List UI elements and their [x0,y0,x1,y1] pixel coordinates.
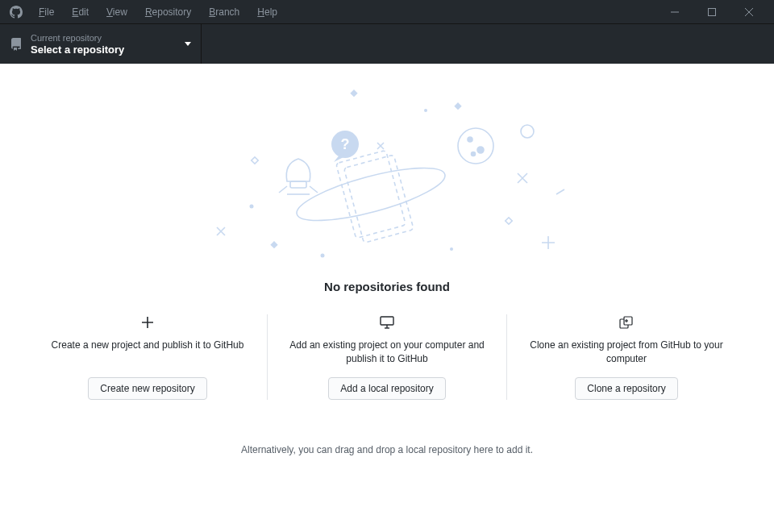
option-clone: Clone an existing project from GitHub to… [506,314,746,400]
svg-rect-19 [506,218,512,224]
chevron-down-icon [185,42,191,46]
github-logo-icon [10,6,23,19]
svg-rect-21 [271,242,277,247]
repo-selector-value: Select a repository [31,44,177,56]
options-row: Create a new project and publish it to G… [28,314,746,400]
option-add-desc: Add an existing project on your computer… [285,339,489,366]
clone-icon [619,314,634,330]
svg-rect-5 [343,155,414,243]
svg-rect-4 [336,150,406,238]
svg-rect-20 [351,90,356,96]
create-new-repository-button[interactable]: Create new repository [88,377,206,400]
add-local-repository-button[interactable]: Add a local repository [328,377,445,400]
plus-icon [142,314,153,330]
option-create-desc: Create a new project and publish it to G… [52,339,244,366]
menu-bar: File Edit View Repository Branch Help [0,0,774,23]
svg-point-17 [521,125,534,138]
svg-line-13 [310,186,318,193]
no-repos-heading: No repositories found [324,280,450,293]
svg-text:?: ? [341,136,350,152]
option-create: Create a new project and publish it to G… [28,314,267,400]
menu-edit[interactable]: Edit [64,3,97,21]
option-clone-desc: Clone an existing project from GitHub to… [525,339,728,366]
svg-point-6 [293,157,450,231]
svg-rect-22 [455,103,460,109]
desktop-icon [380,314,394,330]
svg-rect-18 [252,157,258,164]
svg-point-24 [424,109,427,112]
svg-point-26 [450,247,453,251]
svg-rect-1 [709,8,716,15]
repo-selector-label: Current repository [31,32,177,44]
option-add: Add an existing project on your computer… [267,314,506,400]
svg-rect-11 [290,181,306,188]
repo-selector-text: Current repository Select a repository [31,32,177,56]
menu-branch[interactable]: Branch [201,3,248,21]
maximize-button[interactable] [693,0,730,23]
main-content: ? No repositories found [0,64,774,532]
svg-point-10 [472,152,476,156]
empty-state-illustration: ? [202,81,572,275]
toolbar: Current repository Select a repository [0,23,774,64]
svg-point-23 [250,205,254,209]
menu-view[interactable]: View [98,3,135,21]
menu-items: File Edit View Repository Branch Help [31,3,285,21]
svg-point-8 [468,137,472,142]
repo-icon [10,38,23,51]
minimize-button[interactable] [656,0,693,23]
window-controls [656,0,768,23]
svg-point-7 [458,128,493,164]
menu-file[interactable]: File [31,3,62,21]
clone-repository-button[interactable]: Clone a repository [575,377,677,400]
menu-help[interactable]: Help [249,3,285,21]
svg-rect-27 [381,317,393,325]
svg-point-25 [321,254,325,258]
close-button[interactable] [730,0,768,23]
svg-point-9 [477,147,484,153]
menu-repository[interactable]: Repository [137,3,199,21]
drag-drop-hint: Alternatively, you can drag and drop a l… [241,444,533,455]
svg-line-12 [279,186,287,193]
repo-selector[interactable]: Current repository Select a repository [0,24,202,64]
